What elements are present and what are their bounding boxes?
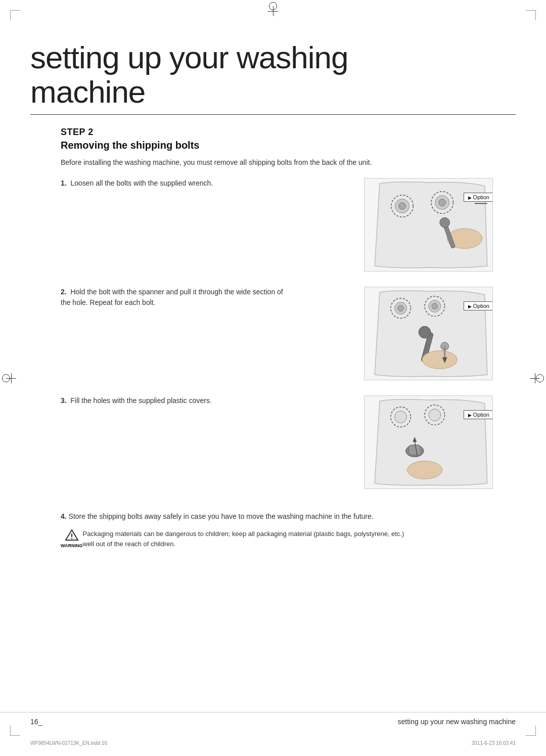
step-3-option-label: Option <box>464 410 493 419</box>
corner-mark-bl <box>10 726 20 736</box>
corner-mark-tr <box>526 10 536 20</box>
step-2-option-label: Option <box>464 301 493 310</box>
warning-block: WARNING Packaging materials can be dange… <box>61 529 404 549</box>
svg-point-17 <box>432 303 438 309</box>
intro-text: Before installing the washing machine, y… <box>61 157 404 168</box>
footer-page-number: 16_ <box>30 718 42 726</box>
page: setting up your washing machine STEP 2 R… <box>0 0 546 756</box>
step-4-text: 4. Store the shipping bolts away safely … <box>61 511 404 522</box>
content-area: STEP 2 Removing the shipping bolts Befor… <box>30 127 516 549</box>
step-3-text-col: 3. Fill the holes with the supplied plas… <box>61 395 293 406</box>
bottom-bar: WF9854LWN-02713K_EN.indd 16 2011-6-23 16… <box>30 740 516 746</box>
svg-point-19 <box>419 327 431 339</box>
step-3-text: 3. Fill the holes with the supplied plas… <box>61 395 283 406</box>
main-title: setting up your washing machine <box>30 40 516 109</box>
step-1-image: Option <box>364 178 516 272</box>
svg-point-6 <box>439 199 446 206</box>
step-subtitle: Removing the shipping bolts <box>61 140 516 151</box>
reg-cross-right <box>530 373 540 383</box>
corner-mark-br <box>526 726 536 736</box>
svg-point-32 <box>407 461 442 479</box>
step-row-3: 3. Fill the holes with the supplied plas… <box>61 395 516 489</box>
step-3-image: Option <box>364 395 516 489</box>
step-4-block: 4. Store the shipping bolts away safely … <box>61 511 404 522</box>
svg-point-38 <box>71 538 72 539</box>
step-1-illustration: Option <box>364 178 493 272</box>
footer: 16_ setting up your new washing machine <box>0 712 546 726</box>
step-row-2: 2. Hold the bolt with the spanner and pu… <box>61 287 516 380</box>
svg-point-29 <box>429 409 441 421</box>
svg-point-14 <box>398 305 404 312</box>
step-1-text-col: 1. Loosen all the bolts with the supplie… <box>61 178 293 189</box>
bottom-bar-right: 2011-6-23 16:03:41 <box>472 740 516 746</box>
step-2-image: Option <box>364 287 516 380</box>
step-row-1: 1. Loosen all the bolts with the supplie… <box>61 178 516 272</box>
step-2-text-col: 2. Hold the bolt with the spanner and pu… <box>61 287 293 308</box>
footer-title: setting up your new washing machine <box>398 718 516 726</box>
warning-text-wrap: Packaging materials can be dangerous to … <box>83 529 405 549</box>
reg-cross-left <box>6 373 16 383</box>
reg-cross-top <box>268 6 278 16</box>
svg-point-9 <box>440 218 450 228</box>
step-2-illustration: Option <box>364 287 493 380</box>
step-1-option-label: Option <box>464 193 493 202</box>
title-divider <box>30 114 516 115</box>
warning-label: WARNING <box>61 543 83 548</box>
step-label: STEP 2 <box>61 127 516 138</box>
warning-icon: WARNING <box>61 529 83 549</box>
svg-point-27 <box>395 411 407 423</box>
step-3-illustration: Option <box>364 395 493 489</box>
corner-mark-tl <box>10 10 20 20</box>
warning-text: Packaging materials can be dangerous to … <box>83 529 405 549</box>
bottom-bar-left: WF9854LWN-02713K_EN.indd 16 <box>30 740 107 746</box>
svg-rect-31 <box>408 445 421 455</box>
svg-point-3 <box>399 203 406 210</box>
step-2-text: 2. Hold the bolt with the spanner and pu… <box>61 287 283 308</box>
svg-point-20 <box>422 351 457 369</box>
step-1-text: 1. Loosen all the bolts with the supplie… <box>61 178 283 189</box>
